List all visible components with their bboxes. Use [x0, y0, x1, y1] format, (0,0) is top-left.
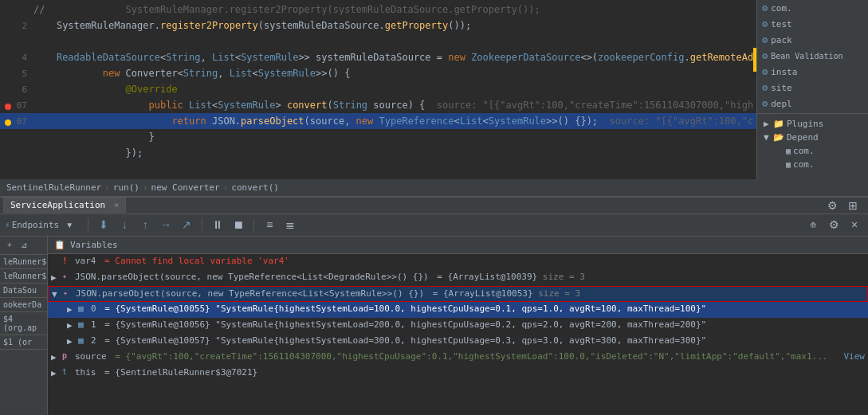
- step-over-btn[interactable]: ⬇: [95, 217, 112, 233]
- layout-btn[interactable]: ⊞: [844, 198, 862, 213]
- var-row-1[interactable]: ▶ ▦ 1 = {SystemRule@10056} "SystemRule{h…: [48, 318, 868, 334]
- pause-btn[interactable]: ⏸: [209, 217, 226, 233]
- expand-icon: ▶: [764, 119, 773, 129]
- var-row-systemrule[interactable]: ▼ ✦ JSON.parseObject(source, new TypeRef…: [48, 286, 868, 302]
- view-link[interactable]: View: [844, 351, 866, 362]
- tree-item-plugins[interactable]: ▶ 📁 Plugins: [760, 117, 865, 131]
- variables-content[interactable]: ! var4 = Cannot find local variable 'var…: [48, 254, 868, 416]
- var-row-source[interactable]: ▶ p source = {"avgRt":100,"createTime":1…: [48, 350, 868, 366]
- scroll-marker: [753, 48, 756, 72]
- expand-icon: ▶: [51, 272, 62, 283]
- value-icon: ✦: [63, 288, 76, 297]
- code-line: 5 new Converter<String, List<SystemRule>…: [0, 65, 756, 81]
- right-panel-pack[interactable]: ⚙ pack: [757, 32, 868, 48]
- expand-icon: ▼: [764, 132, 773, 143]
- tree-item-depend[interactable]: ▼ 📂 Depend: [760, 131, 865, 144]
- tree-item-com2[interactable]: ▦ com.: [760, 158, 865, 171]
- var-name: JSON.parseObject(source, new TypeReferen…: [76, 288, 424, 299]
- expand-icon: ▶: [67, 320, 78, 331]
- thread-item[interactable]: ookeerDa: [0, 298, 47, 312]
- tree-item-com1[interactable]: ▦ com.: [760, 144, 865, 158]
- code-line: [0, 33, 756, 49]
- var-name: 1: [91, 319, 96, 330]
- var-row-0[interactable]: ▶ ▦ 0 = {SystemRule@10055} "SystemRule{h…: [48, 302, 868, 318]
- breadcrumb-item[interactable]: convert(): [231, 182, 279, 193]
- code-line-07: 07 public List<SystemRule> convert(Strin…: [0, 97, 756, 113]
- right-panel-site[interactable]: ⚙ site: [757, 80, 868, 96]
- var-row-degrade[interactable]: ▶ ✦ JSON.parseObject(source, new TypeRef…: [48, 270, 868, 286]
- filter-btn[interactable]: ⊿: [18, 239, 30, 252]
- right-panel-depl[interactable]: ⚙ depl: [757, 96, 868, 112]
- thread-item[interactable]: DataSou: [0, 284, 47, 298]
- this-icon: t: [62, 367, 75, 376]
- element-icon: ▦: [78, 303, 91, 314]
- expand-icon: [51, 256, 62, 267]
- expand-icon: ▶: [51, 352, 62, 362]
- element-icon: ▦: [78, 319, 91, 330]
- right-item-label: site: [771, 83, 792, 93]
- var-row-var4[interactable]: ! var4 = Cannot find local variable 'var…: [48, 254, 868, 270]
- stop-btn[interactable]: ⏹: [230, 217, 247, 233]
- thread-item[interactable]: $4 (org.ap: [0, 312, 47, 335]
- gear-icon: ⚙: [762, 82, 768, 93]
- expand-icon: ▶: [67, 336, 78, 346]
- var-row-this[interactable]: ▶ t this = {SentinelRuleRunner$3@7021}: [48, 366, 868, 382]
- folder-icon: 📁: [773, 119, 784, 129]
- tree-label: Plugins: [787, 119, 823, 129]
- code-line: // SystemRuleManager.register2Property(s…: [0, 2, 756, 18]
- settings-btn[interactable]: ⚙: [823, 198, 841, 213]
- folder-icon: 📂: [773, 132, 784, 143]
- right-panel-bean[interactable]: ⚙ Bean Validation: [757, 48, 868, 64]
- run-cursor-btn[interactable]: →: [157, 217, 175, 233]
- variables-icon: 📋: [54, 240, 65, 250]
- right-panel-com[interactable]: ⚙ com.: [757, 0, 868, 16]
- gear-icon: ⚙: [762, 34, 768, 45]
- endpoints-settings-btn[interactable]: ▼: [61, 217, 78, 233]
- tab-label: ServiceApplication: [10, 200, 105, 210]
- code-line: 1 SystemRuleManager.register2Property(sy…: [0, 177, 756, 179]
- lib-icon: ▦: [786, 160, 791, 169]
- step-out-btn[interactable]: ↑: [136, 217, 154, 233]
- separator: [253, 218, 254, 231]
- separator: [88, 218, 88, 231]
- evaluate-btn[interactable]: ↗: [178, 217, 195, 233]
- breadcrumb-item[interactable]: SentinelRuleRunner: [6, 182, 101, 193]
- tab-close-icon[interactable]: ×: [114, 200, 120, 210]
- variables-title: Variables: [70, 240, 118, 250]
- string-icon: p: [62, 351, 75, 360]
- thread-item[interactable]: $1 (or: [0, 335, 47, 350]
- add-watch-btn[interactable]: +: [3, 239, 16, 252]
- breadcrumb-item[interactable]: run(): [113, 182, 139, 193]
- restore-btn[interactable]: ⟰: [804, 217, 822, 233]
- endpoints-icon: ⚡: [5, 220, 10, 230]
- variables-header: 📋 Variables: [48, 237, 868, 254]
- right-item-label: com.: [771, 3, 792, 14]
- close-panel-btn[interactable]: ×: [846, 217, 863, 233]
- right-panel: ⚙ com. ⚙ test ⚙ pack ⚙ Bean Validation ⚙…: [756, 0, 868, 179]
- lib-icon: ▦: [786, 147, 791, 155]
- tab-service-application[interactable]: ServiceApplication ×: [3, 198, 126, 213]
- thread-item[interactable]: leRunner$: [0, 255, 47, 269]
- thread-item[interactable]: leRunner$: [0, 269, 47, 284]
- right-item-label: insta: [771, 67, 797, 77]
- list-view-btn[interactable]: ≡: [261, 217, 278, 233]
- value-icon: ✦: [62, 272, 75, 280]
- code-line-return: 07 return JSON.parseObject(source, new T…: [0, 113, 756, 129]
- right-panel-test[interactable]: ⚙ test: [757, 16, 868, 32]
- gear-icon: ⚙: [762, 66, 768, 77]
- grid-view-btn[interactable]: ≣: [281, 217, 299, 233]
- breadcrumb-item[interactable]: new Converter: [151, 182, 220, 193]
- thread-list: + ⊿ leRunner$ leRunner$ DataSou ookeerDa…: [0, 237, 48, 416]
- error-icon: !: [62, 256, 75, 266]
- divider: [757, 113, 868, 114]
- element-icon: ▦: [78, 335, 91, 346]
- tree-label: Depend: [787, 132, 819, 143]
- step-into-btn[interactable]: ↓: [116, 217, 133, 233]
- expand-icon: ▶: [51, 368, 62, 378]
- settings-panel-btn[interactable]: ⚙: [825, 217, 842, 233]
- bottom-tabs: ServiceApplication × ⚙ ⊞: [0, 197, 868, 214]
- var-row-2[interactable]: ▶ ▦ 2 = {SystemRule@10057} "SystemRule{h…: [48, 334, 868, 350]
- expand-icon: ▶: [67, 304, 78, 315]
- gear-icon: ⚙: [762, 18, 768, 29]
- right-panel-insta[interactable]: ⚙ insta: [757, 64, 868, 80]
